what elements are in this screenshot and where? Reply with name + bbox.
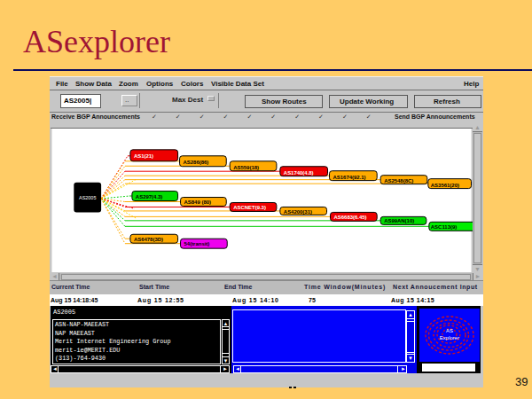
svg-text:AS559(18): AS559(18) [233,165,259,170]
svg-text:AS: AS [446,328,453,333]
svg-text:AS286(86): AS286(86) [184,160,209,165]
svg-text:ASCNET(9.3): ASCNET(9.3) [233,205,266,210]
svg-text:AS1674(92.1): AS1674(92.1) [333,175,366,180]
svg-text:AS849 (80): AS849 (80) [184,200,211,205]
svg-text:AS297(4.3): AS297(4.3) [136,194,162,200]
svg-text:ASC113(9): ASC113(9) [431,224,457,230]
svg-text:AS6478(3D): AS6478(3D) [134,237,163,242]
svg-text:AS2548(8C): AS2548(8C) [384,178,413,184]
svg-text:AS2005: AS2005 [79,195,96,200]
svg-text:AS6683(6.45): AS6683(6.45) [333,215,366,220]
svg-text:AS3561(20): AS3561(20) [431,183,459,188]
svg-text:AS4200(31): AS4200(31) [284,209,312,215]
svg-text:AS99AN(10): AS99AN(10) [384,218,414,223]
svg-text:AS1740(4.8): AS1740(4.8) [284,170,314,176]
svg-text:Explorer: Explorer [440,335,459,340]
svg-text:AS1(21): AS1(21) [134,153,153,159]
svg-text:54(transit): 54(transit) [184,241,210,246]
